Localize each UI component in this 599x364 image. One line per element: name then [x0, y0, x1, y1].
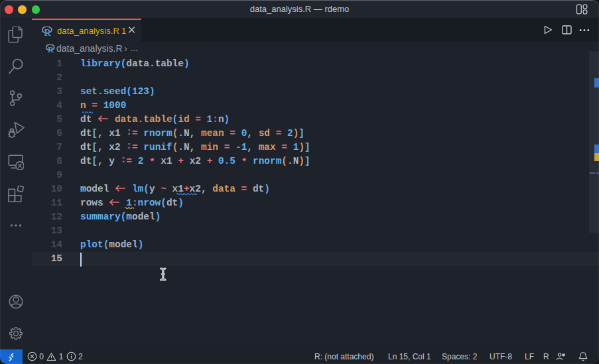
svg-text:R: R	[48, 45, 54, 53]
svg-text:R: R	[44, 28, 52, 36]
